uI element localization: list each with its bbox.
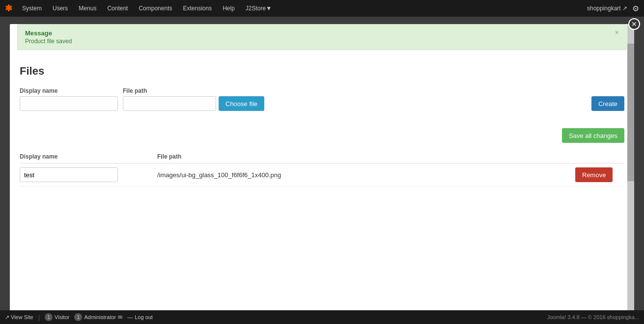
nav-content[interactable]: Content	[102, 0, 133, 17]
admin-label: Administrator	[84, 314, 116, 320]
display-name-form-group: Display name	[20, 87, 118, 111]
row-display-name-input[interactable]	[20, 167, 118, 182]
admin-status: 1 Administrator ✉	[74, 313, 122, 321]
choose-file-button[interactable]: Choose file	[219, 96, 264, 111]
admin-icon: ✉	[118, 314, 122, 321]
divider-1: |	[38, 314, 40, 321]
nav-system[interactable]: System	[17, 0, 47, 17]
save-all-button[interactable]: Save all changes	[562, 128, 624, 143]
external-link-icon: ↗	[5, 314, 9, 321]
col-header-display: Display name	[20, 153, 157, 160]
add-file-form-row: Display name File path Choose file Creat…	[20, 87, 624, 118]
message-title: Message	[25, 29, 619, 37]
logout-icon: —	[127, 314, 133, 320]
modal-close-button[interactable]: ✕	[628, 18, 640, 30]
nav-menus[interactable]: Menus	[74, 0, 101, 17]
joomla-logo: ✱	[5, 3, 12, 14]
view-site-label: View Site	[11, 314, 33, 320]
remove-button[interactable]: Remove	[575, 167, 613, 182]
message-body: Product file saved	[25, 38, 619, 45]
nav-components[interactable]: Components	[134, 0, 177, 17]
display-name-label: Display name	[20, 87, 118, 94]
settings-icon[interactable]: ⚙	[632, 4, 639, 13]
nav-extensions[interactable]: Extensions	[178, 0, 217, 17]
table-row: /images/ui-bg_glass_100_f6f6f6_1x400.png…	[20, 163, 624, 187]
files-list: /images/ui-bg_glass_100_f6f6f6_1x400.png…	[20, 163, 624, 187]
visitor-label: Visitor	[55, 314, 69, 320]
list-header: Display name File path	[20, 150, 624, 163]
nav-help[interactable]: Help	[218, 0, 240, 17]
visitor-status: 1 Visitor	[45, 313, 69, 321]
top-navbar: ✱ System Users Menus Content Components …	[0, 0, 644, 17]
logout-status: — Log out	[127, 314, 153, 320]
view-site-link[interactable]: ↗ View Site	[5, 314, 33, 321]
joomla-version: Joomla! 3.4.8 — © 2016 shoppingka...	[547, 314, 639, 320]
files-section: Files Display name File path Choose file…	[10, 57, 634, 194]
nav-username[interactable]: shoppingkart ↗	[587, 5, 627, 12]
file-path-input[interactable]	[123, 96, 216, 111]
display-name-input[interactable]	[20, 96, 118, 111]
message-banner: × Message Product file saved	[17, 24, 627, 50]
create-button[interactable]: Create	[591, 96, 624, 111]
file-path-form-group: File path Choose file	[123, 87, 264, 111]
files-modal: ✕ × Message Product file saved Files Dis…	[10, 24, 634, 314]
actions-row: Save all changes	[20, 126, 624, 150]
col-header-filepath: File path	[157, 153, 575, 160]
status-bar: ↗ View Site | 1 Visitor 1 Administrator …	[0, 310, 644, 324]
admin-count-badge: 1	[74, 313, 82, 321]
file-path-label: File path	[123, 87, 264, 94]
files-heading: Files	[20, 65, 624, 78]
nav-j2store[interactable]: J2Store▼	[241, 0, 277, 17]
scrollbar-thumb[interactable]	[627, 44, 634, 181]
logout-link[interactable]: Log out	[135, 314, 153, 320]
visitor-count-badge: 1	[45, 313, 53, 321]
nav-users[interactable]: Users	[48, 0, 73, 17]
message-close-button[interactable]: ×	[615, 28, 619, 36]
scrollbar-track[interactable]	[627, 24, 634, 314]
row-file-path: /images/ui-bg_glass_100_f6f6f6_1x400.png	[157, 171, 281, 179]
